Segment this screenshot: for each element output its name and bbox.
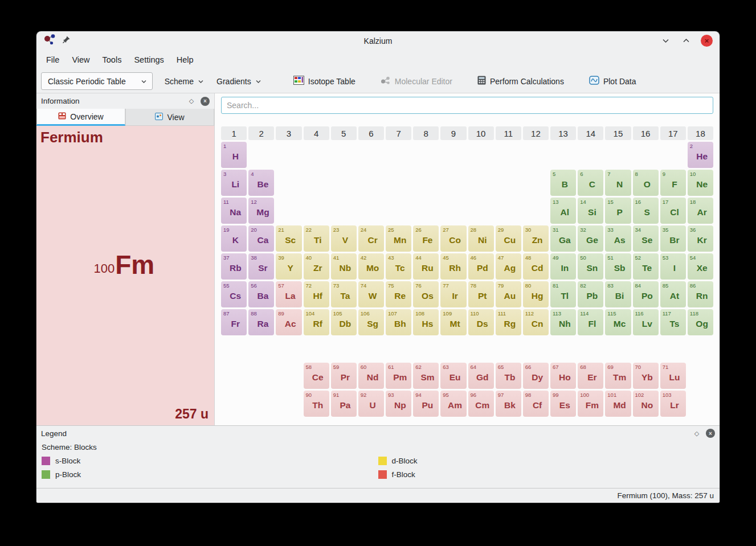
element-Rg[interactable]: 111Rg <box>496 309 521 335</box>
element-Ne[interactable]: 10Ne <box>688 170 713 196</box>
element-W[interactable]: 74W <box>358 281 384 307</box>
element-At[interactable]: 85At <box>660 281 686 307</box>
element-Tm[interactable]: 69Tm <box>605 363 631 389</box>
legend-close-icon[interactable]: × <box>706 429 715 438</box>
element-Db[interactable]: 105Db <box>331 309 357 335</box>
element-Og[interactable]: 118Og <box>688 309 713 335</box>
isotope-table-button[interactable]: Isotope Table <box>288 72 361 90</box>
element-Co[interactable]: 27Co <box>440 225 466 252</box>
element-Tb[interactable]: 65Tb <box>496 363 521 389</box>
element-Cs[interactable]: 55Cs <box>221 281 247 307</box>
element-V[interactable]: 23V <box>331 225 357 252</box>
element-La[interactable]: 57La <box>276 281 301 307</box>
maximize-button[interactable] <box>680 35 692 47</box>
tab-overview[interactable]: Overview <box>36 109 125 126</box>
element-Mt[interactable]: 109Mt <box>440 309 466 335</box>
element-Hg[interactable]: 80Hg <box>523 281 549 307</box>
element-Dy[interactable]: 66Dy <box>523 363 549 389</box>
element-Mg[interactable]: 12Mg <box>248 198 274 224</box>
element-Th[interactable]: 90Th <box>304 391 329 417</box>
element-Rf[interactable]: 104Rf <box>304 309 329 335</box>
element-Rh[interactable]: 45Rh <box>440 253 466 280</box>
element-Zr[interactable]: 40Zr <box>304 253 329 280</box>
element-Si[interactable]: 14Si <box>578 198 603 224</box>
scheme-menu-button[interactable]: Scheme <box>160 73 209 89</box>
element-Sb[interactable]: 51Sb <box>605 253 631 280</box>
element-Nb[interactable]: 41Nb <box>331 253 357 280</box>
pin-icon[interactable] <box>62 35 71 46</box>
element-Zn[interactable]: 30Zn <box>523 225 549 252</box>
element-Sc[interactable]: 21Sc <box>276 225 301 252</box>
element-Be[interactable]: 4Be <box>248 170 274 196</box>
gradients-menu-button[interactable]: Gradients <box>211 73 267 89</box>
element-S[interactable]: 16S <box>633 198 659 224</box>
menu-settings[interactable]: Settings <box>128 52 170 67</box>
element-Cf[interactable]: 98Cf <box>523 391 549 417</box>
legend-float-icon[interactable]: ◇ <box>692 429 701 438</box>
element-Cr[interactable]: 24Cr <box>358 225 384 252</box>
element-Au[interactable]: 79Au <box>496 281 521 307</box>
element-Gd[interactable]: 64Gd <box>468 363 494 389</box>
element-Re[interactable]: 75Re <box>386 281 411 307</box>
element-Fe[interactable]: 26Fe <box>413 225 439 252</box>
element-Bh[interactable]: 107Bh <box>386 309 411 335</box>
element-Np[interactable]: 93Np <box>386 391 411 417</box>
element-Cm[interactable]: 96Cm <box>468 391 494 417</box>
element-I[interactable]: 53I <box>660 253 686 280</box>
element-Cn[interactable]: 112Cn <box>523 309 549 335</box>
element-Ga[interactable]: 31Ga <box>550 225 576 252</box>
element-Ca[interactable]: 20Ca <box>248 225 274 252</box>
element-Tc[interactable]: 43Tc <box>386 253 411 280</box>
element-Am[interactable]: 95Am <box>440 391 466 417</box>
element-Cd[interactable]: 48Cd <box>523 253 549 280</box>
element-Pr[interactable]: 59Pr <box>331 363 357 389</box>
element-Pt[interactable]: 78Pt <box>468 281 494 307</box>
element-Kr[interactable]: 36Kr <box>688 225 713 252</box>
menu-tools[interactable]: Tools <box>96 52 128 67</box>
element-N[interactable]: 7N <box>605 170 631 196</box>
element-Fm[interactable]: 100Fm <box>578 391 603 417</box>
element-Se[interactable]: 34Se <box>633 225 659 252</box>
element-Ra[interactable]: 88Ra <box>248 309 274 335</box>
element-Xe[interactable]: 54Xe <box>688 253 713 280</box>
tab-view[interactable]: View <box>125 109 214 126</box>
element-Ce[interactable]: 58Ce <box>304 363 329 389</box>
element-H[interactable]: 1H <box>221 142 247 168</box>
element-Sm[interactable]: 62Sm <box>413 363 439 389</box>
float-panel-icon[interactable]: ◇ <box>187 97 196 106</box>
element-Rb[interactable]: 37Rb <box>221 253 247 280</box>
element-Ar[interactable]: 18Ar <box>688 198 713 224</box>
element-O[interactable]: 8O <box>633 170 659 196</box>
element-Ge[interactable]: 32Ge <box>578 225 603 252</box>
element-Ho[interactable]: 67Ho <box>550 363 576 389</box>
element-Po[interactable]: 84Po <box>633 281 659 307</box>
close-button[interactable]: × <box>701 35 713 47</box>
element-Nd[interactable]: 60Nd <box>358 363 384 389</box>
element-Mo[interactable]: 42Mo <box>358 253 384 280</box>
element-Hf[interactable]: 72Hf <box>304 281 329 307</box>
element-Ds[interactable]: 110Ds <box>468 309 494 335</box>
element-Ta[interactable]: 73Ta <box>331 281 357 307</box>
plot-data-button[interactable]: Plot Data <box>584 72 641 90</box>
element-K[interactable]: 19K <box>221 225 247 252</box>
menu-view[interactable]: View <box>66 52 96 67</box>
element-In[interactable]: 49In <box>550 253 576 280</box>
element-Ir[interactable]: 77Ir <box>440 281 466 307</box>
menu-help[interactable]: Help <box>170 52 200 67</box>
element-Pb[interactable]: 82Pb <box>578 281 603 307</box>
element-No[interactable]: 102No <box>633 391 659 417</box>
element-Md[interactable]: 101Md <box>605 391 631 417</box>
element-Li[interactable]: 3Li <box>221 170 247 196</box>
close-panel-icon[interactable]: × <box>201 97 210 106</box>
search-input[interactable] <box>221 97 713 114</box>
element-Tl[interactable]: 81Tl <box>550 281 576 307</box>
element-Mc[interactable]: 115Mc <box>605 309 631 335</box>
element-Os[interactable]: 76Os <box>413 281 439 307</box>
element-Pm[interactable]: 61Pm <box>386 363 411 389</box>
element-Fl[interactable]: 114Fl <box>578 309 603 335</box>
element-Lr[interactable]: 103Lr <box>660 391 686 417</box>
element-Es[interactable]: 99Es <box>550 391 576 417</box>
element-Nh[interactable]: 113Nh <box>550 309 576 335</box>
element-Lv[interactable]: 116Lv <box>633 309 659 335</box>
element-Cl[interactable]: 17Cl <box>660 198 686 224</box>
